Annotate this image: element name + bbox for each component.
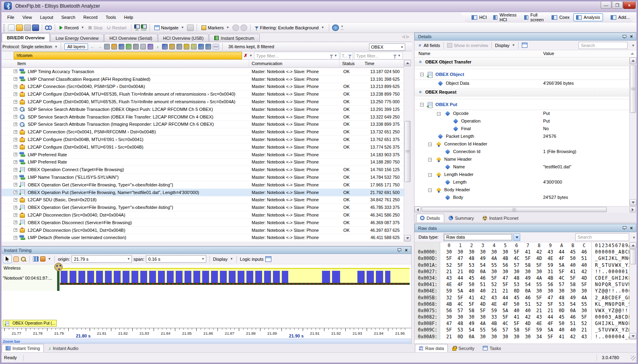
menu-record[interactable]: Record <box>79 12 101 22</box>
tab-instant-spectrum[interactable]: Instant Spectrum <box>209 34 259 42</box>
set-marker-button[interactable]: set <box>134 25 140 31</box>
table-row[interactable]: SDP Service Search Attribute Transaction… <box>0 106 404 113</box>
collapse-icon[interactable] <box>428 173 432 177</box>
prev-marker-icon[interactable] <box>232 25 239 31</box>
column-header-item[interactable]: Item <box>0 60 249 68</box>
menu-file[interactable]: File <box>3 12 18 22</box>
find-icon[interactable] <box>45 25 52 31</box>
tab-summary[interactable]: Summary <box>445 214 478 222</box>
chart-icon[interactable] <box>205 44 211 49</box>
music-icon[interactable]: ♪ <box>155 44 160 49</box>
all-layers-button[interactable]: All layers <box>64 43 88 50</box>
menu-view[interactable]: View <box>18 12 36 22</box>
new-file-icon[interactable] <box>8 25 15 31</box>
table-row[interactable]: OBEX Operation Get (Service=File Browsin… <box>0 181 404 189</box>
next-marker-icon[interactable] <box>240 25 247 31</box>
timing-canvas[interactable]: Wireless "Notebook" 00:04:61:87:... <box>0 264 411 328</box>
details-row[interactable]: Object Data4'266'396 bytes <box>414 80 629 88</box>
timeline-band[interactable] <box>60 268 410 285</box>
details-row[interactable]: Body Header <box>414 186 629 194</box>
origin-combo[interactable]: 21.79 s▼ <box>72 255 132 263</box>
menu-tools[interactable]: Tools <box>102 12 120 22</box>
note-icon[interactable] <box>191 44 197 49</box>
menu-help[interactable]: Help <box>120 12 137 22</box>
expand-icon[interactable] <box>14 236 17 239</box>
tab-low-energy-overview[interactable]: Low Energy Overview <box>50 34 104 42</box>
filtering-button[interactable]: Filtering: Exclude Background▼ <box>253 24 326 32</box>
view-button-analysis[interactable]: Analysis <box>573 13 603 21</box>
details-node[interactable]: OBEX Object <box>414 69 629 80</box>
expand-icon[interactable] <box>14 123 17 126</box>
add-view-button[interactable]: Add... <box>608 13 633 21</box>
communication-filter-input[interactable]: Type filter... ▼ <box>254 52 339 59</box>
help-globe-icon[interactable] <box>332 25 339 31</box>
expand-icon[interactable] <box>14 130 17 134</box>
view-button-wireless-hci[interactable]: Wireless HCI <box>490 13 521 21</box>
table-row[interactable]: OBEX Operation Put (Service=File Browsin… <box>0 189 404 196</box>
expand-icon[interactable] <box>14 176 17 179</box>
maximize-button[interactable]: ❐ <box>612 1 623 9</box>
table-row[interactable]: L2CAP Configure (Dst=0x004A, MTU=65'535,… <box>0 90 404 98</box>
table-row[interactable]: L2CAP Disconnection (Src=0x0040, Dst=0x0… <box>0 211 404 219</box>
collapse-icon[interactable] <box>420 103 424 106</box>
details-row[interactable]: FinalNo <box>414 125 629 133</box>
navigate-button[interactable]: Navigate▼ <box>153 24 186 32</box>
details-node[interactable]: OBEX Put <box>414 99 629 110</box>
table-row[interactable]: LMP Name Transaction ("ELLISYS-SYLVAIN")… <box>0 174 404 181</box>
pin-icon[interactable] <box>622 35 626 39</box>
alert-icon[interactable] <box>111 44 117 49</box>
restart-button[interactable]: Restart <box>105 24 128 32</box>
copy-icon[interactable] <box>176 44 182 49</box>
expand-icon[interactable] <box>14 198 17 202</box>
tab-br-edr-overview[interactable]: BR/EDR Overview <box>2 33 50 42</box>
menu-layout[interactable]: Layout <box>36 12 57 22</box>
details-row[interactable]: Connection Id Header <box>414 141 629 148</box>
table-row[interactable]: LMP Preferred RateMaster: Notebook <-> S… <box>0 159 404 166</box>
expand-icon[interactable] <box>14 160 17 164</box>
resize-grip[interactable] <box>631 356 636 360</box>
expand-icon[interactable] <box>14 221 17 224</box>
wax-seal-icon[interactable] <box>169 44 175 49</box>
item-filter-dropdown-icon[interactable]: ▼ <box>249 54 252 57</box>
globe-icon[interactable] <box>198 44 204 49</box>
table-row[interactable]: SDP Service Search Attribute Transaction… <box>0 121 404 129</box>
status-filter-input[interactable]: T... <box>341 52 353 59</box>
tab-hci-overview-serial[interactable]: HCI Overview (Serial) <box>104 34 157 42</box>
expand-icon[interactable] <box>14 70 17 73</box>
table-row[interactable]: OBEX Operation Connect (Target=File Brow… <box>0 166 404 174</box>
close-panel-icon[interactable]: × <box>630 225 633 231</box>
expand-icon[interactable] <box>14 92 17 96</box>
tab-instant-audio[interactable]: ♪Instant Audio <box>44 344 82 352</box>
selection-label[interactable]: OBEX Operation Put (... <box>3 320 57 327</box>
tab-instant-timing[interactable]: Instant Timing <box>2 344 44 352</box>
record-button[interactable]: Record▼ <box>58 24 86 32</box>
tab-security[interactable]: Security <box>448 344 478 352</box>
mouse-icon[interactable] <box>140 44 146 49</box>
timing-marker-icon[interactable] <box>40 256 45 262</box>
magnifier-icon[interactable] <box>119 44 124 49</box>
reset-marker-button[interactable]: reset <box>141 25 147 31</box>
select-tool-button[interactable] <box>3 255 12 263</box>
expand-icon[interactable] <box>14 77 17 81</box>
data-type-combo[interactable]: Raw data <box>443 233 513 241</box>
all-fields-button[interactable]: All fields <box>424 43 440 48</box>
expand-icon[interactable] <box>14 183 17 186</box>
collapse-chevron-icon[interactable]: « <box>418 60 423 63</box>
details-row[interactable]: Body24'527 bytes <box>414 194 629 202</box>
table-row[interactable]: L2CAP Connection (Src=0x0041, PSM=RFCOMM… <box>0 128 404 136</box>
expand-icon[interactable] <box>14 190 17 194</box>
back-arrow-icon[interactable]: ← <box>90 44 95 49</box>
details-row[interactable]: Packet Length24'576 <box>414 133 629 141</box>
expand-icon[interactable] <box>14 206 17 209</box>
details-vscrollbar[interactable] <box>629 57 636 206</box>
pan-tool-icon[interactable] <box>13 256 19 262</box>
details-name-column[interactable]: Name <box>418 51 430 56</box>
close-panel-icon[interactable]: × <box>405 247 408 253</box>
collapse-icon[interactable] <box>428 158 432 162</box>
show-in-overview-button[interactable]: Show in overview <box>454 43 488 48</box>
close-button[interactable]: × <box>623 1 636 9</box>
details-row[interactable]: Connection Id1 (File Browsing) <box>414 148 629 156</box>
table-row[interactable]: OBEX Operation Disconnect (Service=File … <box>0 219 404 227</box>
raw-data-scrollbar[interactable] <box>629 242 636 340</box>
table-row[interactable]: L2CAP Configure (Dst=0x004B, MTU=6'091 ›… <box>0 136 404 143</box>
